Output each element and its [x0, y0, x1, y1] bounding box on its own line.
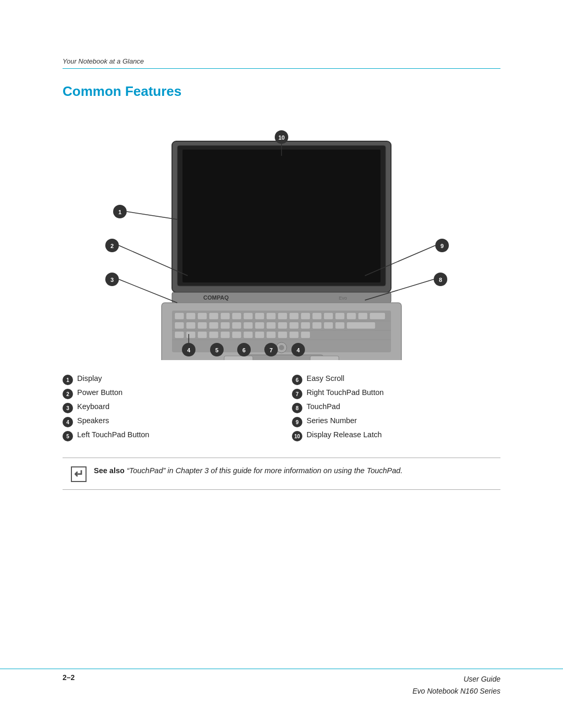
- svg-rect-21: [289, 313, 299, 319]
- svg-rect-27: [358, 313, 368, 319]
- svg-rect-23: [312, 313, 322, 319]
- feature-label-9: Series Number: [307, 416, 357, 425]
- feature-label-1: Display: [77, 374, 102, 382]
- svg-text:Evo: Evo: [339, 295, 347, 301]
- svg-text:10: 10: [278, 134, 285, 141]
- svg-point-88: [105, 239, 119, 252]
- see-also-bold: See also: [94, 466, 125, 475]
- svg-line-93: [119, 279, 177, 303]
- svg-rect-39: [289, 322, 299, 329]
- feature-item-8: 8 TouchPad: [292, 401, 500, 415]
- svg-rect-0: [172, 141, 391, 292]
- svg-rect-25: [335, 313, 345, 319]
- footer-page-number: 2–2: [63, 673, 75, 682]
- feature-item-7: 7 Right TouchPad Button: [292, 387, 500, 401]
- svg-rect-32: [209, 322, 218, 329]
- feature-num-7: 7: [292, 389, 302, 399]
- see-also-icon: ↵: [71, 466, 87, 482]
- svg-point-61: [279, 345, 284, 350]
- feature-item-5: 5 Left TouchPad Button: [63, 429, 271, 443]
- header-divider: [63, 68, 500, 69]
- svg-rect-49: [221, 331, 230, 338]
- svg-point-85: [113, 205, 127, 218]
- svg-line-99: [365, 279, 434, 300]
- svg-point-110: [291, 343, 305, 356]
- feature-num-8: 8: [292, 403, 302, 413]
- feature-label-3: Keyboard: [77, 402, 109, 411]
- see-also-text: See also “TouchPad” in Chapter 3 of this…: [94, 465, 402, 477]
- svg-rect-33: [221, 322, 230, 329]
- svg-text:4: 4: [187, 347, 191, 353]
- svg-rect-7: [172, 311, 391, 352]
- svg-rect-47: [198, 331, 207, 338]
- svg-line-103: [188, 334, 189, 360]
- see-also-italic: “TouchPad” in Chapter 3 of this guide fo…: [127, 466, 402, 475]
- svg-rect-48: [209, 331, 218, 338]
- header-section: Your Notebook at a Glance: [0, 0, 563, 69]
- footer-title: User Guide: [412, 673, 500, 685]
- svg-rect-2: [182, 150, 381, 282]
- feature-label-4: Speakers: [77, 416, 109, 425]
- svg-rect-44: [347, 322, 375, 329]
- svg-point-60: [276, 342, 287, 353]
- svg-rect-1: [177, 145, 386, 286]
- svg-rect-3: [172, 292, 391, 303]
- feature-num-1: 1: [63, 375, 73, 385]
- features-section: 1 Display 2 Power Button 3 Keyboard 4 Sp…: [0, 373, 563, 443]
- svg-line-96: [365, 245, 435, 276]
- feature-num-10: 10: [292, 431, 302, 441]
- footer-subtitle: Evo Notebook N160 Series: [412, 685, 500, 697]
- see-also-section: ↵ See also “TouchPad” in Chapter 3 of th…: [0, 458, 563, 490]
- svg-text:8: 8: [439, 277, 442, 283]
- svg-point-94: [435, 239, 449, 252]
- svg-rect-59: [310, 356, 339, 360]
- svg-rect-40: [301, 322, 310, 329]
- svg-rect-46: [186, 331, 195, 338]
- svg-text:3: 3: [111, 277, 114, 283]
- svg-text:1: 1: [118, 209, 121, 215]
- svg-rect-15: [221, 313, 230, 319]
- laptop-diagram-svg: COMPAQ Evo: [0, 110, 563, 360]
- feature-num-3: 3: [63, 403, 73, 413]
- svg-rect-6: [162, 303, 401, 360]
- feature-item-3: 3 Keyboard: [63, 401, 271, 415]
- feature-num-4: 4: [63, 417, 73, 427]
- svg-rect-30: [186, 322, 195, 329]
- svg-text:9: 9: [440, 243, 444, 249]
- svg-rect-58: [224, 356, 253, 360]
- feature-label-6: Easy Scroll: [307, 374, 345, 382]
- svg-rect-17: [243, 313, 253, 319]
- svg-rect-19: [266, 313, 276, 319]
- svg-rect-11: [175, 313, 184, 319]
- svg-rect-52: [255, 331, 264, 338]
- svg-point-97: [434, 273, 447, 286]
- svg-point-82: [275, 130, 288, 144]
- feature-label-2: Power Button: [77, 388, 123, 397]
- svg-line-87: [127, 212, 177, 219]
- svg-rect-34: [232, 322, 241, 329]
- header-subtitle: Your Notebook at a Glance: [63, 57, 500, 65]
- feature-item-1: 1 Display: [63, 373, 271, 387]
- svg-rect-35: [243, 322, 253, 329]
- footer-right: User Guide Evo Notebook N160 Series: [412, 673, 500, 697]
- svg-text:COMPAQ: COMPAQ: [203, 294, 229, 301]
- svg-rect-18: [255, 313, 264, 319]
- diagram-area: COMPAQ Evo: [0, 110, 563, 360]
- svg-text:5: 5: [215, 347, 218, 353]
- svg-rect-28: [370, 313, 385, 319]
- svg-rect-56: [301, 331, 310, 338]
- svg-rect-57: [240, 355, 323, 360]
- svg-rect-22: [301, 313, 310, 319]
- svg-text:4: 4: [297, 347, 300, 353]
- footer-section: 2–2 User Guide Evo Notebook N160 Series: [0, 669, 563, 697]
- svg-text:6: 6: [242, 347, 246, 353]
- svg-rect-42: [324, 322, 333, 329]
- feature-label-5: Left TouchPad Button: [77, 430, 149, 439]
- svg-point-91: [105, 273, 119, 286]
- svg-rect-45: [175, 331, 184, 338]
- features-right-col: 6 Easy Scroll 7 Right TouchPad Button 8 …: [292, 373, 500, 443]
- feature-num-5: 5: [63, 431, 73, 441]
- feature-num-9: 9: [292, 417, 302, 427]
- feature-item-2: 2 Power Button: [63, 387, 271, 401]
- section-title: Common Features: [0, 83, 563, 100]
